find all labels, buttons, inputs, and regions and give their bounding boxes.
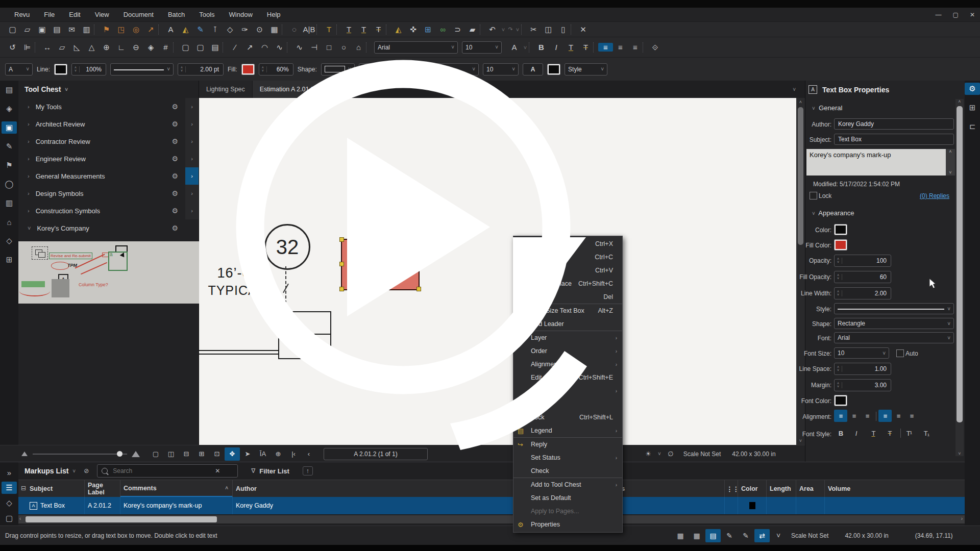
toolbar-icon[interactable] (35, 42, 40, 53)
detail-arrow-icon[interactable]: › (185, 115, 199, 133)
context-menu-item[interactable]: Delete Del (513, 290, 622, 304)
alignment-button[interactable]: ≡ (834, 410, 847, 422)
menu-item[interactable]: Tools (192, 11, 222, 18)
font-family-select[interactable]: Arial˅ (374, 41, 458, 54)
brightness-icon[interactable]: ☀ (641, 447, 656, 461)
expand-icon[interactable]: › (28, 156, 30, 162)
clear-search-icon[interactable]: ✕ (215, 467, 220, 474)
panel-icon[interactable]: ◈ (2, 103, 17, 115)
toolbar-icon[interactable]: ▤ (208, 43, 223, 52)
gear-icon[interactable]: ⚙ (172, 155, 178, 163)
font-color-swatch[interactable] (834, 395, 847, 406)
minimize-button[interactable]: — (936, 11, 942, 18)
panel-icon[interactable]: ◯ (2, 178, 17, 190)
nav-scale-label[interactable]: Scale Not Set (683, 450, 721, 458)
toolbar-icon[interactable]: ▤ (50, 25, 64, 34)
tool-chest-set[interactable]: › General Measurements ⚙ › (18, 167, 199, 185)
toolbar-icon[interactable] (158, 24, 163, 35)
fill-opacity-stepper[interactable]: ˄˅60% (259, 63, 293, 76)
resize-handle[interactable] (378, 287, 382, 291)
filter-list-label[interactable]: Filter List (259, 467, 289, 475)
line-space-stepper[interactable]: ˄˅1.00 (834, 363, 891, 375)
toolbar-icon[interactable]: ⊞ (421, 25, 435, 34)
toolbar-icon[interactable]: ↗ (242, 43, 257, 52)
line-width-stepper[interactable]: ˄˅2.00 (834, 287, 891, 299)
color-swatch[interactable] (834, 224, 847, 235)
context-menu-item[interactable]: ▤ Legend › (513, 424, 622, 437)
gear-icon[interactable]: ⚙ (172, 120, 178, 128)
fit-page-icon[interactable]: ⊡ (209, 447, 225, 461)
toolbar-icon[interactable]: ⊖ (129, 43, 143, 52)
tool-chest-set-koreys-company[interactable]: ˅ Korey's Company ⚙ (18, 219, 199, 237)
general-section[interactable]: ˅ General (812, 104, 842, 112)
status-icon[interactable]: ▦ (689, 529, 704, 542)
column-comments[interactable]: Comments˄ (120, 480, 233, 497)
panel-icon[interactable]: ⌂ (2, 216, 17, 228)
menu-item[interactable]: View (88, 11, 116, 18)
column-length[interactable]: Length (767, 480, 796, 497)
line-opacity-stepper[interactable]: ˄˅100% (71, 63, 106, 76)
detail-arrow-icon[interactable]: › (185, 202, 199, 219)
toolbar-icon[interactable]: T (341, 25, 356, 34)
context-menu-item[interactable]: ⚙ Properties (513, 518, 622, 531)
toolbar-icon[interactable]: □ (322, 43, 336, 52)
resize-handle[interactable] (339, 262, 344, 266)
toolbar-icon[interactable] (316, 24, 322, 35)
toolbar-icon[interactable] (223, 42, 228, 53)
toolbar-icon[interactable]: △ (84, 43, 99, 52)
toolbar-icon[interactable]: T (356, 25, 371, 34)
toolbar-icon[interactable]: ↔ (40, 43, 55, 52)
first-page-icon[interactable]: |‹ (286, 447, 301, 461)
context-menu-item[interactable]: Alignment › (513, 358, 622, 371)
opacity-stepper[interactable]: ˄˅100 (834, 255, 891, 267)
expand-icon[interactable]: › (28, 173, 30, 179)
context-menu-item[interactable]: Apply to Pages... (513, 505, 622, 518)
zoom-slider-knob[interactable] (117, 451, 122, 457)
detail-arrow-icon[interactable]: › (185, 185, 199, 202)
column-area[interactable]: Area (796, 480, 825, 497)
toolbar-icon[interactable]: ◺ (69, 43, 84, 52)
style-select[interactable]: Style˅ (565, 63, 607, 76)
status-icon[interactable]: ▦ (673, 529, 688, 542)
context-menu-item[interactable]: Layer › (513, 331, 622, 344)
gear-icon[interactable]: ⚙ (172, 224, 178, 232)
toolbar-icon[interactable]: ▰ (465, 25, 480, 34)
collapse-all-icon[interactable]: ⊟ (21, 485, 26, 492)
toolbar-icon[interactable]: ∿ (272, 43, 287, 52)
toolbar-icon[interactable]: A (163, 25, 178, 34)
context-menu-item[interactable]: Edit Action... Ctrl+Shift+E (513, 371, 622, 384)
panel-icon[interactable]: ◇ (2, 235, 17, 247)
panel-icon[interactable]: ▥ (2, 197, 17, 209)
font-size-select[interactable]: 10˅ (483, 63, 519, 76)
align-left-button[interactable]: ≡ (598, 43, 613, 52)
resize-handle[interactable] (339, 237, 344, 242)
zoom-slider[interactable] (33, 454, 127, 455)
page-indicator[interactable]: A 2.01.2 (1 of 1) (324, 448, 428, 460)
row-color-swatch[interactable] (749, 502, 755, 509)
toolbar-icon[interactable]: ⊫ (20, 43, 35, 52)
tab-overflow-icon[interactable]: ˅ (793, 87, 796, 92)
alignment-button[interactable] (876, 412, 876, 421)
split-horizontal-icon[interactable]: ⊟ (179, 447, 194, 461)
toolbar-icon[interactable] (366, 42, 371, 53)
context-menu-item[interactable]: ◭ Flatten (513, 397, 622, 411)
toolbar-icon[interactable]: ▣ (35, 25, 50, 34)
menu-item[interactable]: Batch (161, 11, 192, 18)
toolbar-icon[interactable]: ◭ (391, 25, 406, 34)
toolbar-icon[interactable] (386, 24, 391, 35)
toolbar-icon[interactable]: ↷ (507, 26, 514, 33)
context-menu-item[interactable]: Paste Ctrl+V (513, 264, 622, 277)
context-menu-item[interactable]: Auto Size Text Box Alt+Z (513, 304, 622, 317)
panel-icon[interactable]: ⊞ (2, 254, 17, 266)
context-menu-item[interactable]: Check (513, 464, 622, 478)
zoom-out-icon[interactable] (21, 452, 28, 456)
context-menu-item[interactable]: Copy Ctrl+C (513, 251, 622, 264)
toolbar-icon[interactable]: ◎ (129, 25, 143, 34)
gear-icon[interactable]: ⚙ (172, 189, 178, 197)
maximize-button[interactable]: ▢ (953, 11, 959, 18)
line-style-select[interactable]: ˅ (110, 63, 174, 76)
panel-icon[interactable]: ⚙ (965, 83, 980, 95)
toolbar-icon[interactable] (571, 24, 576, 35)
toolbar-icon[interactable]: A|B (302, 25, 316, 34)
toolbar-icon[interactable]: ✜ (406, 25, 421, 34)
